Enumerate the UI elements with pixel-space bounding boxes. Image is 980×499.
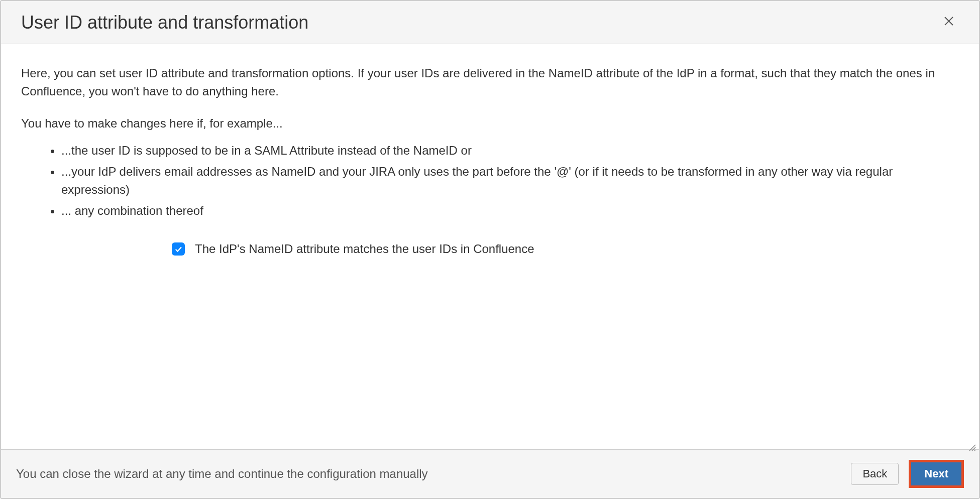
footer-buttons: Back Next xyxy=(851,460,964,488)
svg-line-4 xyxy=(974,450,975,451)
resize-handle-icon[interactable] xyxy=(968,438,976,446)
nameid-matches-checkbox[interactable] xyxy=(172,242,185,256)
changes-bullet-list: ...the user ID is supposed to be in a SA… xyxy=(21,142,959,220)
dialog-header: User ID attribute and transformation xyxy=(1,1,979,44)
dialog-title: User ID attribute and transformation xyxy=(21,12,308,33)
checkbox-label: The IdP's NameID attribute matches the u… xyxy=(195,240,534,258)
list-item: ... any combination thereof xyxy=(61,202,959,220)
list-item: ...the user ID is supposed to be in a SA… xyxy=(61,142,959,160)
list-item: ...your IdP delivers email addresses as … xyxy=(61,163,959,199)
dialog-body: Here, you can set user ID attribute and … xyxy=(1,44,979,449)
intro-text: Here, you can set user ID attribute and … xyxy=(21,64,959,100)
dialog-window: User ID attribute and transformation Her… xyxy=(0,0,980,499)
dialog-footer: You can close the wizard at any time and… xyxy=(1,449,979,498)
close-icon xyxy=(943,15,955,30)
footer-hint-text: You can close the wizard at any time and… xyxy=(16,467,428,481)
checkbox-row: The IdP's NameID attribute matches the u… xyxy=(172,240,959,258)
close-button[interactable] xyxy=(939,11,959,34)
check-icon xyxy=(174,244,183,254)
next-button-highlight: Next xyxy=(909,460,964,488)
next-button[interactable]: Next xyxy=(911,462,961,485)
changes-intro-text: You have to make changes here if, for ex… xyxy=(21,114,959,133)
back-button[interactable]: Back xyxy=(851,463,899,485)
